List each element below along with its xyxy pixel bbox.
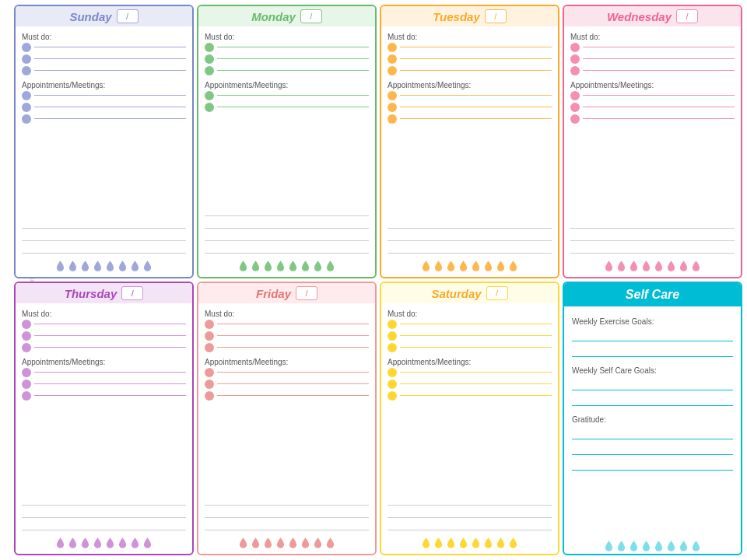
self-care-drop-2[interactable] — [616, 540, 626, 552]
thursday-drop-2[interactable] — [68, 537, 78, 549]
friday-drop-7[interactable] — [313, 537, 323, 549]
monday-date-box[interactable]: / — [300, 9, 322, 23]
tuesday-drop-6[interactable] — [483, 260, 493, 272]
sunday-drop-8[interactable] — [142, 260, 153, 272]
friday-drop-6[interactable] — [300, 537, 310, 549]
thursday-date-box[interactable]: / — [121, 286, 143, 300]
self-care-drop-1[interactable] — [604, 540, 614, 552]
tuesday-drop-3[interactable] — [446, 260, 456, 272]
sunday-drop-5[interactable] — [105, 260, 115, 272]
thursday-appt-line-3 — [34, 395, 186, 396]
wednesday-card: Wednesday / Must do: Appointments/Meetin… — [563, 5, 742, 278]
self-care-drop-8[interactable] — [691, 540, 701, 552]
thursday-drop-5[interactable] — [105, 537, 115, 549]
friday-drop-8[interactable] — [325, 537, 335, 549]
tuesday-appt-bullet-2 — [388, 103, 397, 112]
gratitude-line-3 — [572, 460, 733, 471]
monday-drop-6[interactable] — [300, 260, 310, 272]
friday-bullet-1 — [205, 320, 214, 329]
sunday-note-line-2 — [22, 230, 186, 241]
monday-drop-4[interactable] — [275, 260, 286, 272]
thursday-drop-4[interactable] — [93, 537, 103, 549]
wednesday-drop-8[interactable] — [691, 260, 701, 272]
wednesday-drop-5[interactable] — [654, 260, 664, 272]
thursday-appt-3 — [22, 391, 186, 401]
thursday-drop-8[interactable] — [142, 537, 153, 549]
tuesday-drop-1[interactable] — [421, 260, 431, 272]
saturday-drop-7[interactable] — [496, 537, 506, 549]
thursday-drop-1[interactable] — [55, 537, 65, 549]
friday-drop-4[interactable] — [275, 537, 286, 549]
sunday-appt-bullet-1 — [22, 91, 31, 100]
monday-drop-8[interactable] — [325, 260, 335, 272]
saturday-date-box[interactable]: / — [486, 286, 508, 300]
self-care-card: Self Care Weekly Exercise Goals: Weekly … — [563, 282, 742, 555]
saturday-appt-bullet-2 — [388, 380, 397, 389]
saturday-drop-1[interactable] — [421, 537, 431, 549]
wednesday-date-box[interactable]: / — [676, 9, 698, 23]
tuesday-line-1 — [400, 47, 552, 47]
tuesday-card: Tuesday / Must do: Appointments/Meetings… — [380, 5, 559, 278]
thursday-appt-2 — [22, 380, 186, 389]
saturday-notes — [388, 403, 552, 534]
sunday-drop-1[interactable] — [55, 260, 65, 272]
wednesday-appt-line-2 — [583, 107, 735, 107]
tuesday-date-box[interactable]: / — [485, 9, 507, 23]
thursday-bullet-1 — [22, 320, 31, 329]
saturday-drop-4[interactable] — [458, 537, 468, 549]
tuesday-drop-2[interactable] — [433, 260, 444, 272]
wednesday-drop-7[interactable] — [679, 260, 689, 272]
wednesday-drop-3[interactable] — [629, 260, 639, 272]
monday-drop-3[interactable] — [263, 260, 273, 272]
monday-drop-1[interactable] — [238, 260, 248, 272]
thursday-drop-6[interactable] — [117, 537, 128, 549]
tuesday-note-line-3 — [388, 243, 552, 254]
monday-drop-2[interactable] — [251, 260, 261, 272]
sunday-drop-3[interactable] — [80, 260, 90, 272]
self-care-title: Self Care — [626, 288, 679, 301]
self-care-drop-7[interactable] — [679, 540, 689, 552]
thursday-appt-line-2 — [34, 383, 186, 384]
tuesday-drop-5[interactable] — [471, 260, 481, 272]
friday-drop-3[interactable] — [263, 537, 273, 549]
sunday-drop-6[interactable] — [117, 260, 128, 272]
friday-drop-5[interactable] — [288, 537, 298, 549]
monday-drop-5[interactable] — [288, 260, 298, 272]
friday-drop-1[interactable] — [238, 537, 248, 549]
self-care-drop-4[interactable] — [641, 540, 651, 552]
self-care-drop-5[interactable] — [654, 540, 664, 552]
friday-appt-1 — [205, 368, 369, 377]
saturday-drop-3[interactable] — [446, 537, 456, 549]
friday-date-box[interactable]: / — [296, 286, 317, 300]
self-care-drop-6[interactable] — [666, 540, 676, 552]
thursday-drop-3[interactable] — [80, 537, 90, 549]
tuesday-drop-8[interactable] — [508, 260, 518, 272]
wednesday-must-do-2 — [570, 54, 735, 64]
saturday-drop-6[interactable] — [483, 537, 493, 549]
wednesday-drop-2[interactable] — [616, 260, 626, 272]
friday-drop-2[interactable] — [251, 537, 261, 549]
sunday-drop-7[interactable] — [130, 260, 140, 272]
friday-appt-2 — [205, 380, 369, 389]
wednesday-drop-1[interactable] — [604, 260, 614, 272]
thursday-drop-7[interactable] — [130, 537, 140, 549]
self-care-drop-3[interactable] — [629, 540, 639, 552]
monday-drop-7[interactable] — [313, 260, 323, 272]
monday-body: Must do: Appointments/Meetings: — [198, 26, 375, 257]
saturday-drop-2[interactable] — [433, 537, 444, 549]
wednesday-drop-4[interactable] — [641, 260, 651, 272]
monday-must-do-label: Must do: — [205, 33, 369, 41]
sunday-date-box[interactable]: / — [117, 9, 139, 23]
tuesday-drop-4[interactable] — [458, 260, 468, 272]
wednesday-bullet-2 — [570, 54, 580, 64]
sunday-drop-2[interactable] — [68, 260, 78, 272]
saturday-drop-8[interactable] — [508, 537, 518, 549]
sunday-drop-4[interactable] — [93, 260, 103, 272]
tuesday-drop-7[interactable] — [496, 260, 506, 272]
monday-line-1 — [217, 47, 369, 47]
saturday-drop-5[interactable] — [471, 537, 481, 549]
monday-must-do-3 — [205, 66, 369, 75]
wednesday-drop-6[interactable] — [666, 260, 676, 272]
sunday-card: Sunday / Must do: Appointments/Meetings: — [14, 5, 194, 278]
wednesday-body: Must do: Appointments/Meetings: — [564, 26, 741, 257]
